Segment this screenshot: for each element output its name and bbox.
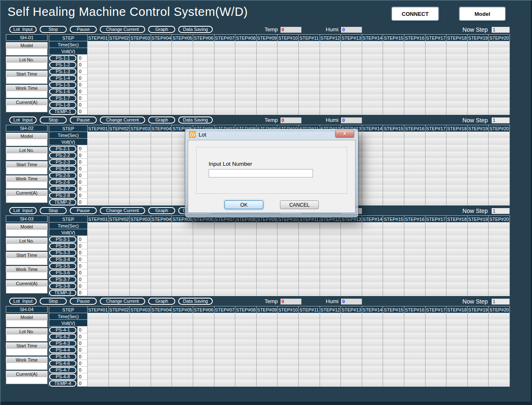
ps-step-button[interactable]: PS-3-7 <box>49 276 76 283</box>
current-input[interactable] <box>6 106 48 112</box>
ps-step-button[interactable]: PS-3-8 <box>49 283 76 289</box>
graph-button[interactable]: Graph <box>148 207 175 214</box>
ps-step-button[interactable]: PS-2-3 <box>49 159 76 165</box>
ps-step-button[interactable]: PS-3-2 <box>49 243 76 249</box>
lot-no-input[interactable] <box>6 63 48 70</box>
model-input[interactable] <box>6 49 48 56</box>
data-saving-button[interactable]: Data Saving <box>178 26 213 33</box>
lot-input-button[interactable]: Lot Input <box>9 207 37 214</box>
change-current-button[interactable]: Change Current <box>100 26 145 33</box>
ps-step-button[interactable]: PS-4-7 <box>49 367 76 373</box>
graph-button[interactable]: Graph <box>148 298 175 305</box>
start-time-input[interactable] <box>6 77 48 84</box>
grid-cell <box>172 283 193 289</box>
lot-no-input[interactable] <box>6 335 48 342</box>
work-time-input[interactable] <box>6 273 48 279</box>
ps-step-button[interactable]: TEMP-3 <box>49 290 76 296</box>
ps-step-button[interactable]: TEMP-2 <box>49 199 76 205</box>
ps-step-button[interactable]: PS-4-2 <box>49 334 76 340</box>
ps-step-button[interactable]: PS-2-1 <box>49 146 76 152</box>
lot-no-input[interactable] <box>6 244 48 251</box>
start-time-input[interactable] <box>6 258 48 265</box>
change-current-button[interactable]: Change Current <box>100 207 145 214</box>
ps-step-button[interactable]: PS-4-6 <box>49 360 76 367</box>
work-time-input[interactable] <box>6 91 48 98</box>
change-current-button[interactable]: Change Current <box>100 116 145 124</box>
ps-step-button[interactable]: PS-2-5 <box>49 172 76 179</box>
ps-step-button[interactable]: PS-4-4 <box>49 347 76 353</box>
ok-button[interactable]: OK <box>224 200 263 209</box>
ps-step-button[interactable]: PS-4-5 <box>49 354 76 360</box>
model-input[interactable] <box>6 139 48 146</box>
ps-step-button[interactable]: PS-2-4 <box>49 166 76 172</box>
stop-button[interactable]: Stop <box>40 298 67 305</box>
ps-step-button[interactable]: PS-1-4 <box>49 75 76 81</box>
start-time-input[interactable] <box>6 349 48 356</box>
ps-step-button[interactable]: PS-2-8 <box>49 192 76 199</box>
grid-cell <box>277 243 299 249</box>
step-table: SH-04 ModelLot No.Start TimeWork TimeCur… <box>6 306 510 386</box>
ps-step-button[interactable]: TEMP-1 <box>49 109 76 115</box>
pause-button[interactable]: Pause <box>70 116 97 124</box>
ps-step-button[interactable]: PS-4-1 <box>49 327 76 333</box>
ps-step-button[interactable]: PS-3-4 <box>49 256 76 263</box>
ps-step-button[interactable]: PS-3-1 <box>49 236 76 243</box>
ps-step-button[interactable]: PS-1-7 <box>49 95 76 101</box>
connect-button[interactable]: CONNECT <box>392 7 439 20</box>
change-current-button[interactable]: Change Current <box>100 298 145 305</box>
ps-step-button[interactable]: PS-2-7 <box>49 186 76 192</box>
ps-step-button[interactable]: PS-2-2 <box>49 152 76 159</box>
ps-step-button[interactable]: PS-3-6 <box>49 270 76 276</box>
work-time-input[interactable] <box>6 363 48 370</box>
lot-input-button[interactable]: Lot Input <box>9 298 37 305</box>
ps-step-button[interactable]: PS-2-6 <box>49 179 76 185</box>
work-time-label: Work Time <box>6 357 48 363</box>
grid-cell <box>446 55 468 61</box>
grid-cell <box>362 380 383 387</box>
lot-number-input[interactable] <box>209 169 313 177</box>
current-input[interactable] <box>6 287 48 294</box>
close-icon[interactable]: X <box>335 130 354 138</box>
ps-step-button[interactable]: PS-1-3 <box>49 68 76 75</box>
graph-button[interactable]: Graph <box>148 26 175 33</box>
grid-cell <box>172 95 193 101</box>
work-time-input[interactable] <box>6 182 48 189</box>
model-button[interactable]: Model <box>459 7 505 20</box>
lot-input-button[interactable]: Lot Input <box>9 26 37 33</box>
ps-step-button[interactable]: PS-4-8 <box>49 374 76 380</box>
ps-step-button[interactable]: PS-4-3 <box>49 340 76 347</box>
data-saving-button[interactable]: Data Saving <box>178 116 213 124</box>
model-input[interactable] <box>6 230 48 237</box>
model-input[interactable] <box>6 321 48 327</box>
pause-button[interactable]: Pause <box>70 298 97 305</box>
data-saving-button[interactable]: Data Saving <box>178 298 213 305</box>
grid-cell <box>446 327 468 333</box>
grid-cell <box>320 313 341 320</box>
current-input[interactable] <box>6 196 48 203</box>
ps-step-button[interactable]: PS-1-2 <box>49 62 76 68</box>
ps-step-button[interactable]: PS-3-3 <box>49 250 76 256</box>
grid-cell <box>214 223 236 229</box>
ps-step-button[interactable]: PS-1-6 <box>49 89 76 95</box>
start-time-input[interactable] <box>6 168 48 175</box>
ps-step-button[interactable]: TEMP-4 <box>49 380 76 387</box>
ps-step-button[interactable]: PS-1-1 <box>49 55 76 61</box>
current-input[interactable] <box>6 377 48 384</box>
grid-cell <box>341 263 362 269</box>
grid-cell <box>489 360 510 367</box>
grid-cell <box>299 263 320 269</box>
ps-step-button[interactable]: PS-1-8 <box>49 102 76 108</box>
stop-button[interactable]: Stop <box>40 116 67 124</box>
graph-button[interactable]: Graph <box>148 116 175 124</box>
stop-button[interactable]: Stop <box>40 207 67 214</box>
step-table: SH-01 ModelLot No.Start TimeWork TimeCur… <box>6 34 510 114</box>
lot-input-button[interactable]: Lot Input <box>9 116 37 124</box>
lot-no-input[interactable] <box>6 154 48 160</box>
grid-cell <box>320 48 341 55</box>
ps-step-button[interactable]: PS-3-5 <box>49 263 76 269</box>
pause-button[interactable]: Pause <box>70 26 97 33</box>
stop-button[interactable]: Stop <box>40 26 67 33</box>
cancel-button[interactable]: CANCEL <box>280 200 319 209</box>
pause-button[interactable]: Pause <box>70 207 97 214</box>
ps-step-button[interactable]: PS-1-5 <box>49 82 76 88</box>
